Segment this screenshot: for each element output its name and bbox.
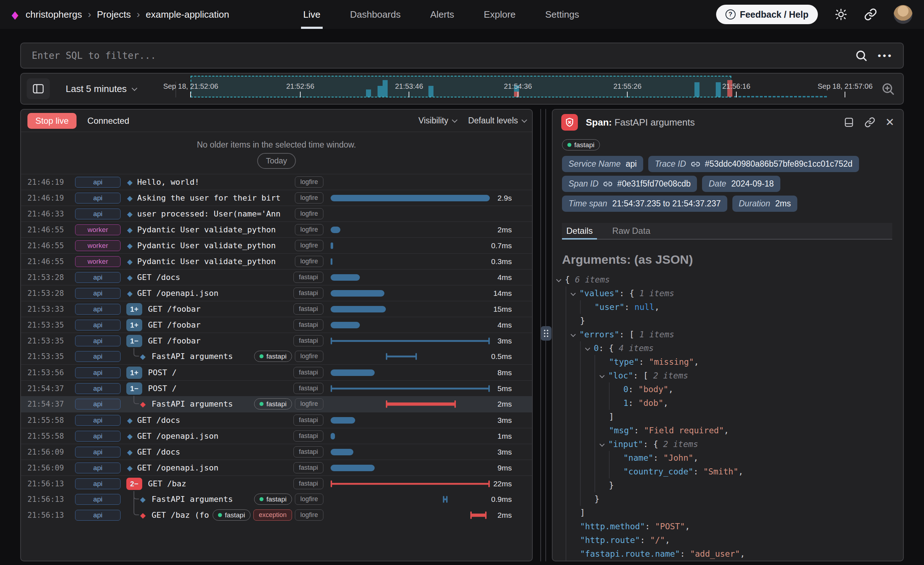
- timeline-histogram[interactable]: Sep 18, 21:52:0621:52:5621:53:4621:54:36…: [167, 73, 892, 105]
- trace-row[interactable]: 21:54:37api◆FastAPI argumentsfastapilogf…: [21, 396, 532, 412]
- trace-row[interactable]: 21:46:55worker◆Pydantic User validate_py…: [21, 222, 532, 237]
- timeline-selection[interactable]: [190, 76, 731, 97]
- metadata-badge-trace-id[interactable]: Trace ID#53ddc40980a86b57bfe89c1cc01c752…: [648, 156, 859, 172]
- visibility-dropdown[interactable]: Visibility: [418, 116, 456, 126]
- metadata-badge-date: Date2024-09-18: [702, 176, 780, 192]
- theme-toggle-icon[interactable]: [834, 8, 848, 21]
- row-message: GET /openapi.json: [137, 460, 218, 476]
- trace-row[interactable]: 21:53:28api◆GET /docsfastapi4ms: [21, 269, 532, 285]
- trace-row[interactable]: 21:46:19api◆Asking the user for their bi…: [21, 190, 532, 206]
- trace-row[interactable]: 21:56:13api◆FastAPI argumentsfastapilogf…: [21, 492, 532, 507]
- detail-tab-details[interactable]: Details: [562, 223, 597, 239]
- duration-bar-zone: [331, 365, 493, 381]
- json-line: "loc": [ 2 items: [566, 369, 900, 382]
- user-avatar[interactable]: [894, 5, 912, 24]
- row-message: POST /: [148, 381, 177, 397]
- logfire-tag-pill: logfire: [295, 177, 323, 187]
- breadcrumb: christophergs › Projects › example-appli…: [26, 9, 229, 20]
- collapse-expand-badge[interactable]: 1+: [126, 303, 142, 315]
- more-options-icon[interactable]: •••: [878, 50, 893, 61]
- nav-tab-alerts[interactable]: Alerts: [430, 0, 454, 29]
- collapse-expand-badge[interactable]: 1+: [126, 367, 142, 379]
- trace-row[interactable]: 21:53:35api1−GET /foobarfastapi3ms: [21, 333, 532, 349]
- feedback-help-button[interactable]: ? Feedback / Help: [716, 5, 818, 24]
- row-timestamp: 21:46:55: [27, 238, 64, 254]
- row-message: POST /: [148, 365, 177, 381]
- close-icon[interactable]: ✕: [885, 117, 894, 128]
- collapse-expand-badge[interactable]: 1−: [126, 382, 142, 395]
- trace-row[interactable]: 21:46:19api◆Hello, world!logfire: [21, 174, 532, 190]
- service-badge-api: api: [75, 320, 120, 330]
- nav-tab-settings[interactable]: Settings: [545, 0, 579, 29]
- copy-link-icon[interactable]: [864, 117, 875, 128]
- nav-tab-dashboards[interactable]: Dashboards: [350, 0, 400, 29]
- trace-row[interactable]: 21:46:55worker◆Pydantic User validate_py…: [21, 253, 532, 269]
- trace-row[interactable]: 21:55:58api◆GET /docsfastapi3ms: [21, 412, 532, 428]
- row-duration: 4ms: [497, 317, 512, 333]
- row-timestamp: 21:46:19: [27, 174, 64, 190]
- nav-tab-live[interactable]: Live: [303, 0, 321, 29]
- collapse-expand-badge[interactable]: 1+: [126, 319, 142, 331]
- sidebar-toggle-button[interactable]: [27, 78, 50, 99]
- row-duration: 0.5ms: [491, 349, 512, 364]
- connection-status: Connected: [87, 116, 129, 126]
- trace-row[interactable]: 21:54:37api1−POST /fastapi5ms: [21, 380, 532, 396]
- trace-row[interactable]: 21:46:33api◆user processed: User(name='A…: [21, 206, 532, 222]
- trace-row[interactable]: 21:53:28api◆GET /openapi.jsonfastapi14ms: [21, 285, 532, 301]
- trace-row[interactable]: 21:53:56api1+POST /fastapi8ms: [21, 364, 532, 380]
- nav-tab-explore[interactable]: Explore: [484, 0, 515, 29]
- row-duration: 0.9ms: [491, 492, 512, 507]
- breadcrumb-project[interactable]: example-application: [146, 9, 229, 20]
- collapse-chevron-icon[interactable]: [556, 277, 561, 282]
- metadata-badge-time-span: Time span21:54:37.235 to 21:54:37.237: [562, 196, 727, 212]
- collapse-expand-badge[interactable]: 1−: [126, 335, 142, 347]
- breadcrumb-section[interactable]: Projects: [97, 9, 130, 20]
- trace-row[interactable]: 21:56:09api◆GET /docsfastapi3ms: [21, 444, 532, 460]
- row-duration: 3ms: [497, 412, 512, 428]
- sql-filter-input[interactable]: [21, 50, 855, 61]
- indent-guide: [594, 478, 609, 492]
- detail-tabs: DetailsRaw Data: [562, 223, 892, 240]
- trace-row[interactable]: 21:53:35api◆FastAPI argumentsfastapilogf…: [21, 349, 532, 364]
- duration-bar: [331, 301, 386, 317]
- metadata-badge-span-id[interactable]: Span ID#0e31f5fd70e08cdb: [562, 176, 697, 192]
- list-header: Stop live Connected Visibility Default l…: [21, 110, 532, 132]
- zoom-in-icon[interactable]: [880, 81, 895, 96]
- panel-layout-icon[interactable]: [843, 117, 854, 128]
- row-duration: 1ms: [497, 428, 512, 444]
- breadcrumb-org[interactable]: christophergs: [26, 9, 82, 20]
- today-button[interactable]: Today: [257, 153, 296, 169]
- search-icon[interactable]: [855, 49, 868, 62]
- trace-row[interactable]: 21:56:13api2−GET /bazfastapi22ms: [21, 475, 532, 492]
- trace-row[interactable]: 21:56:09api◆GET /openapi.jsonfastapi9ms: [21, 460, 532, 475]
- trace-row[interactable]: 21:55:58api◆GET /openapi.jsonfastapi1ms: [21, 428, 532, 444]
- time-range-dropdown[interactable]: Last 5 minutes: [66, 83, 136, 94]
- trace-row[interactable]: 21:53:35api1+GET /foobarfastapi4ms: [21, 317, 532, 333]
- default-levels-dropdown[interactable]: Default levels: [468, 116, 525, 126]
- green-dot-icon: [260, 497, 264, 501]
- json-line: "values": { 1 items: [566, 286, 900, 300]
- duration-bar: [331, 365, 375, 381]
- share-link-icon[interactable]: [864, 8, 877, 21]
- detail-tab-raw-data[interactable]: Raw Data: [608, 223, 654, 239]
- trace-row[interactable]: 21:46:55worker◆Pydantic User validate_py…: [21, 237, 532, 253]
- row-tags: fastapi: [294, 383, 323, 394]
- fastapi-tag-pill: fastapi: [294, 415, 323, 426]
- badge-value: 2ms: [775, 199, 791, 208]
- row-timestamp: 21:53:28: [27, 285, 64, 301]
- time-range-label: Last 5 minutes: [66, 83, 127, 94]
- span-title: Span: FastAPI arguments: [586, 117, 695, 128]
- row-tags: logfire: [295, 208, 323, 219]
- row-timestamp: 21:56:13: [27, 507, 64, 523]
- row-tags: logfire: [295, 256, 323, 267]
- stop-live-button[interactable]: Stop live: [27, 113, 76, 129]
- collapse-expand-badge[interactable]: 2−: [126, 478, 142, 490]
- span-tag-label: fastapi: [574, 141, 594, 149]
- row-timestamp: 21:53:56: [27, 365, 64, 381]
- pane-resize-handle[interactable]: [541, 326, 552, 340]
- timeline-tick-mark: [736, 91, 736, 97]
- trace-row[interactable]: 21:53:33api1+GET /foobarfastapi15ms: [21, 301, 532, 317]
- logfire-logo-icon[interactable]: ◆: [12, 8, 18, 21]
- span-detail-header: Span: FastAPI arguments ✕: [553, 110, 903, 135]
- trace-row[interactable]: 21:56:13api◆GET /baz (fofastapiexception…: [21, 507, 532, 523]
